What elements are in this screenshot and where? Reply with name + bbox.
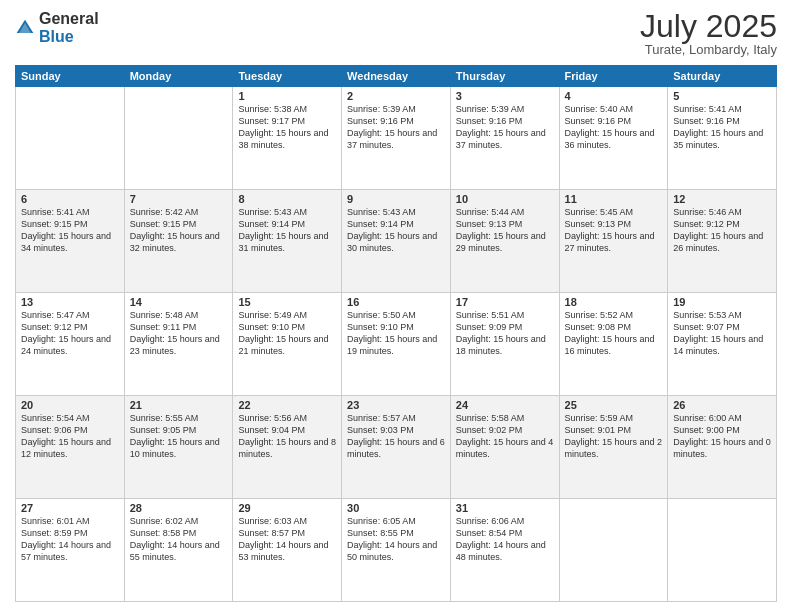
day-detail-22: Sunrise: 5:56 AMSunset: 9:04 PMDaylight:… — [238, 412, 336, 461]
day-detail-29: Sunrise: 6:03 AMSunset: 8:57 PMDaylight:… — [238, 515, 336, 564]
day-detail-26: Sunrise: 6:00 AMSunset: 9:00 PMDaylight:… — [673, 412, 771, 461]
day-detail-30: Sunrise: 6:05 AMSunset: 8:55 PMDaylight:… — [347, 515, 445, 564]
cell-2-3: 16Sunrise: 5:50 AMSunset: 9:10 PMDayligh… — [342, 293, 451, 396]
cell-3-1: 21Sunrise: 5:55 AMSunset: 9:05 PMDayligh… — [124, 396, 233, 499]
day-number-5: 5 — [673, 90, 771, 102]
day-number-18: 18 — [565, 296, 663, 308]
day-detail-24: Sunrise: 5:58 AMSunset: 9:02 PMDaylight:… — [456, 412, 554, 461]
cell-2-5: 18Sunrise: 5:52 AMSunset: 9:08 PMDayligh… — [559, 293, 668, 396]
cell-3-3: 23Sunrise: 5:57 AMSunset: 9:03 PMDayligh… — [342, 396, 451, 499]
cell-2-1: 14Sunrise: 5:48 AMSunset: 9:11 PMDayligh… — [124, 293, 233, 396]
day-detail-15: Sunrise: 5:49 AMSunset: 9:10 PMDaylight:… — [238, 309, 336, 358]
day-number-20: 20 — [21, 399, 119, 411]
col-monday: Monday — [124, 66, 233, 87]
day-detail-6: Sunrise: 5:41 AMSunset: 9:15 PMDaylight:… — [21, 206, 119, 255]
day-number-14: 14 — [130, 296, 228, 308]
day-number-10: 10 — [456, 193, 554, 205]
cell-0-6: 5Sunrise: 5:41 AMSunset: 9:16 PMDaylight… — [668, 87, 777, 190]
day-detail-3: Sunrise: 5:39 AMSunset: 9:16 PMDaylight:… — [456, 103, 554, 152]
day-number-25: 25 — [565, 399, 663, 411]
logo-blue: Blue — [39, 28, 74, 45]
cell-2-2: 15Sunrise: 5:49 AMSunset: 9:10 PMDayligh… — [233, 293, 342, 396]
cell-1-6: 12Sunrise: 5:46 AMSunset: 9:12 PMDayligh… — [668, 190, 777, 293]
day-number-7: 7 — [130, 193, 228, 205]
day-detail-9: Sunrise: 5:43 AMSunset: 9:14 PMDaylight:… — [347, 206, 445, 255]
cell-0-2: 1Sunrise: 5:38 AMSunset: 9:17 PMDaylight… — [233, 87, 342, 190]
cell-2-4: 17Sunrise: 5:51 AMSunset: 9:09 PMDayligh… — [450, 293, 559, 396]
day-number-27: 27 — [21, 502, 119, 514]
day-number-4: 4 — [565, 90, 663, 102]
week-row-1: 6Sunrise: 5:41 AMSunset: 9:15 PMDaylight… — [16, 190, 777, 293]
col-tuesday: Tuesday — [233, 66, 342, 87]
day-number-15: 15 — [238, 296, 336, 308]
day-number-2: 2 — [347, 90, 445, 102]
cell-3-4: 24Sunrise: 5:58 AMSunset: 9:02 PMDayligh… — [450, 396, 559, 499]
day-number-29: 29 — [238, 502, 336, 514]
day-number-11: 11 — [565, 193, 663, 205]
col-wednesday: Wednesday — [342, 66, 451, 87]
day-detail-31: Sunrise: 6:06 AMSunset: 8:54 PMDaylight:… — [456, 515, 554, 564]
cell-4-3: 30Sunrise: 6:05 AMSunset: 8:55 PMDayligh… — [342, 499, 451, 602]
day-detail-25: Sunrise: 5:59 AMSunset: 9:01 PMDaylight:… — [565, 412, 663, 461]
day-detail-1: Sunrise: 5:38 AMSunset: 9:17 PMDaylight:… — [238, 103, 336, 152]
day-number-6: 6 — [21, 193, 119, 205]
logo-icon — [15, 18, 35, 38]
day-detail-5: Sunrise: 5:41 AMSunset: 9:16 PMDaylight:… — [673, 103, 771, 152]
day-number-31: 31 — [456, 502, 554, 514]
cell-4-4: 31Sunrise: 6:06 AMSunset: 8:54 PMDayligh… — [450, 499, 559, 602]
day-number-8: 8 — [238, 193, 336, 205]
day-detail-12: Sunrise: 5:46 AMSunset: 9:12 PMDaylight:… — [673, 206, 771, 255]
location: Turate, Lombardy, Italy — [640, 42, 777, 57]
day-detail-14: Sunrise: 5:48 AMSunset: 9:11 PMDaylight:… — [130, 309, 228, 358]
cell-0-4: 3Sunrise: 5:39 AMSunset: 9:16 PMDaylight… — [450, 87, 559, 190]
cell-0-0 — [16, 87, 125, 190]
week-row-0: 1Sunrise: 5:38 AMSunset: 9:17 PMDaylight… — [16, 87, 777, 190]
day-detail-28: Sunrise: 6:02 AMSunset: 8:58 PMDaylight:… — [130, 515, 228, 564]
day-number-24: 24 — [456, 399, 554, 411]
day-detail-23: Sunrise: 5:57 AMSunset: 9:03 PMDaylight:… — [347, 412, 445, 461]
day-number-28: 28 — [130, 502, 228, 514]
day-number-16: 16 — [347, 296, 445, 308]
cell-3-2: 22Sunrise: 5:56 AMSunset: 9:04 PMDayligh… — [233, 396, 342, 499]
day-number-19: 19 — [673, 296, 771, 308]
cell-4-6 — [668, 499, 777, 602]
day-detail-11: Sunrise: 5:45 AMSunset: 9:13 PMDaylight:… — [565, 206, 663, 255]
day-detail-20: Sunrise: 5:54 AMSunset: 9:06 PMDaylight:… — [21, 412, 119, 461]
cell-1-3: 9Sunrise: 5:43 AMSunset: 9:14 PMDaylight… — [342, 190, 451, 293]
day-number-21: 21 — [130, 399, 228, 411]
day-detail-4: Sunrise: 5:40 AMSunset: 9:16 PMDaylight:… — [565, 103, 663, 152]
title-block: July 2025 Turate, Lombardy, Italy — [640, 10, 777, 57]
col-sunday: Sunday — [16, 66, 125, 87]
day-detail-27: Sunrise: 6:01 AMSunset: 8:59 PMDaylight:… — [21, 515, 119, 564]
day-number-3: 3 — [456, 90, 554, 102]
day-number-23: 23 — [347, 399, 445, 411]
day-detail-7: Sunrise: 5:42 AMSunset: 9:15 PMDaylight:… — [130, 206, 228, 255]
week-row-4: 27Sunrise: 6:01 AMSunset: 8:59 PMDayligh… — [16, 499, 777, 602]
day-number-17: 17 — [456, 296, 554, 308]
col-friday: Friday — [559, 66, 668, 87]
day-detail-10: Sunrise: 5:44 AMSunset: 9:13 PMDaylight:… — [456, 206, 554, 255]
day-detail-17: Sunrise: 5:51 AMSunset: 9:09 PMDaylight:… — [456, 309, 554, 358]
day-detail-21: Sunrise: 5:55 AMSunset: 9:05 PMDaylight:… — [130, 412, 228, 461]
day-detail-18: Sunrise: 5:52 AMSunset: 9:08 PMDaylight:… — [565, 309, 663, 358]
day-number-9: 9 — [347, 193, 445, 205]
logo-general: General — [39, 10, 99, 27]
cell-4-2: 29Sunrise: 6:03 AMSunset: 8:57 PMDayligh… — [233, 499, 342, 602]
calendar-table: Sunday Monday Tuesday Wednesday Thursday… — [15, 65, 777, 602]
cell-3-5: 25Sunrise: 5:59 AMSunset: 9:01 PMDayligh… — [559, 396, 668, 499]
day-number-12: 12 — [673, 193, 771, 205]
calendar-body: 1Sunrise: 5:38 AMSunset: 9:17 PMDaylight… — [16, 87, 777, 602]
cell-1-2: 8Sunrise: 5:43 AMSunset: 9:14 PMDaylight… — [233, 190, 342, 293]
day-number-30: 30 — [347, 502, 445, 514]
calendar-header: Sunday Monday Tuesday Wednesday Thursday… — [16, 66, 777, 87]
cell-2-6: 19Sunrise: 5:53 AMSunset: 9:07 PMDayligh… — [668, 293, 777, 396]
cell-0-5: 4Sunrise: 5:40 AMSunset: 9:16 PMDaylight… — [559, 87, 668, 190]
cell-2-0: 13Sunrise: 5:47 AMSunset: 9:12 PMDayligh… — [16, 293, 125, 396]
month-title: July 2025 — [640, 10, 777, 42]
cell-0-3: 2Sunrise: 5:39 AMSunset: 9:16 PMDaylight… — [342, 87, 451, 190]
day-detail-8: Sunrise: 5:43 AMSunset: 9:14 PMDaylight:… — [238, 206, 336, 255]
cell-4-5 — [559, 499, 668, 602]
cell-0-1 — [124, 87, 233, 190]
day-detail-19: Sunrise: 5:53 AMSunset: 9:07 PMDaylight:… — [673, 309, 771, 358]
cell-1-0: 6Sunrise: 5:41 AMSunset: 9:15 PMDaylight… — [16, 190, 125, 293]
